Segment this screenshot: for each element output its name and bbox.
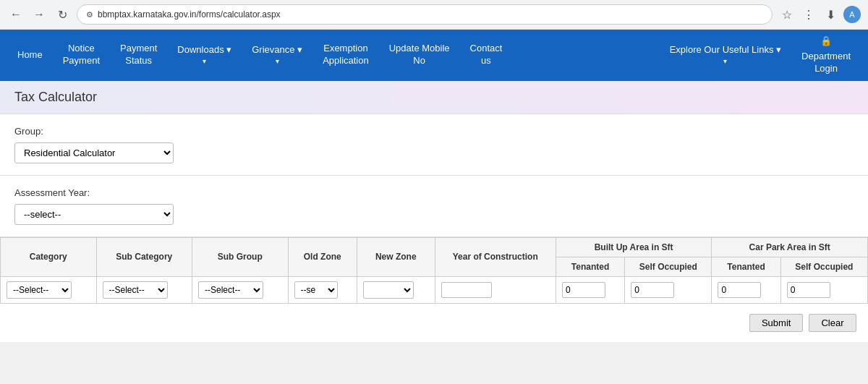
group-section: Group: Residential Calculator Commercial…	[0, 114, 868, 176]
col-car-park-header: Car Park Area in Sft	[712, 237, 868, 257]
content: Group: Residential Calculator Commercial…	[0, 114, 868, 342]
year-construction-input[interactable]	[441, 282, 492, 298]
table-section: Category Sub Category Sub Group Old Zone…	[0, 237, 868, 342]
actions-row: Submit Clear	[1, 303, 868, 342]
download-button[interactable]: ⬇	[822, 6, 839, 23]
group-label: Group:	[14, 126, 854, 137]
bookmark-button[interactable]: ☆	[778, 6, 796, 23]
nav-payment-status[interactable]: Payment Status	[110, 30, 167, 81]
nav-grievance[interactable]: Grievance ▾	[242, 30, 312, 81]
clear-button[interactable]: Clear	[809, 314, 856, 332]
nav-home[interactable]: Home	[7, 30, 53, 81]
nav-dept-login[interactable]: 🔒 Department Login	[791, 30, 861, 81]
nav-downloads[interactable]: Downloads ▾	[167, 30, 242, 81]
cell-sub-category[interactable]: --Select--	[96, 276, 192, 303]
cell-old-zone[interactable]: --se	[288, 276, 357, 303]
cell-built-tenanted[interactable]	[556, 276, 624, 303]
back-button[interactable]: ←	[7, 6, 25, 23]
category-select[interactable]: --Select--	[7, 281, 72, 299]
nav-contact[interactable]: Contact us	[460, 30, 513, 81]
col-sub-group: Sub Group	[192, 237, 289, 276]
col-sub-category: Sub Category	[96, 237, 192, 276]
built-self-input[interactable]	[631, 282, 674, 298]
cell-built-self[interactable]	[625, 276, 712, 303]
car-self-input[interactable]	[787, 282, 830, 298]
year-select[interactable]: --select-- 2023-24 2022-23 2021-22	[14, 204, 174, 225]
browser-chrome: ← → ↻ ⚙ bbmptax.karnataka.gov.in/forms/c…	[0, 0, 868, 30]
extensions-button[interactable]: ⋮	[800, 6, 817, 23]
year-section: Assessment Year: --select-- 2023-24 2022…	[0, 176, 868, 237]
lock-icon: 🔒	[820, 35, 832, 48]
cell-car-tenanted[interactable]	[712, 276, 780, 303]
forward-button[interactable]: →	[30, 6, 48, 23]
main-container: Tax Calculator Group: Residential Calcul…	[0, 81, 868, 342]
navbar: Home Notice Payment Payment Status Downl…	[0, 30, 868, 81]
page-header: Tax Calculator	[0, 81, 868, 114]
col-built-tenanted: Tenanted	[556, 257, 624, 276]
cell-category[interactable]: --Select--	[1, 276, 97, 303]
cell-sub-group[interactable]: --Select--	[192, 276, 289, 303]
col-year-construction: Year of Construction	[435, 237, 556, 276]
profile-avatar[interactable]: A	[843, 6, 861, 23]
col-category: Category	[1, 237, 97, 276]
cell-car-self[interactable]	[780, 276, 867, 303]
submit-button[interactable]: Submit	[749, 314, 803, 332]
form-actions: Submit Clear	[7, 310, 862, 336]
col-car-tenanted: Tenanted	[712, 257, 780, 276]
page-title: Tax Calculator	[14, 90, 97, 104]
col-built-up-header: Built Up Area in Sft	[556, 237, 712, 257]
browser-actions: ☆ ⋮ ⬇ A	[778, 6, 861, 23]
col-built-self: Self Occupied	[625, 257, 712, 276]
sub-group-select[interactable]: --Select--	[198, 281, 263, 299]
address-bar[interactable]: ⚙ bbmptax.karnataka.gov.in/forms/calcula…	[77, 4, 773, 25]
old-zone-select[interactable]: --se	[294, 281, 338, 299]
calculator-table: Category Sub Category Sub Group Old Zone…	[0, 237, 868, 342]
col-old-zone: Old Zone	[288, 237, 357, 276]
nav-update-mobile[interactable]: Update Mobile No	[379, 30, 460, 81]
cell-year-construction[interactable]	[435, 276, 556, 303]
url-text: bbmptax.karnataka.gov.in/forms/calculato…	[98, 9, 763, 20]
col-car-self: Self Occupied	[780, 257, 867, 276]
col-new-zone: New Zone	[357, 237, 435, 276]
sub-category-select[interactable]: --Select--	[103, 281, 168, 299]
nav-exemption[interactable]: Exemption Application	[312, 30, 379, 81]
new-zone-select[interactable]	[363, 281, 414, 299]
table-row: --Select-- --Select-- --Select--	[1, 276, 868, 303]
reload-button[interactable]: ↻	[54, 6, 71, 23]
nav-notice-payment[interactable]: Notice Payment	[53, 30, 110, 81]
car-tenanted-input[interactable]	[718, 282, 761, 298]
group-select[interactable]: Residential Calculator Commercial Calcul…	[14, 142, 174, 163]
built-tenanted-input[interactable]	[562, 282, 605, 298]
nav-explore-links[interactable]: Explore Our Useful Links ▾	[660, 30, 791, 81]
year-label: Assessment Year:	[14, 187, 854, 198]
site-icon: ⚙	[86, 10, 93, 20]
cell-new-zone[interactable]	[357, 276, 435, 303]
